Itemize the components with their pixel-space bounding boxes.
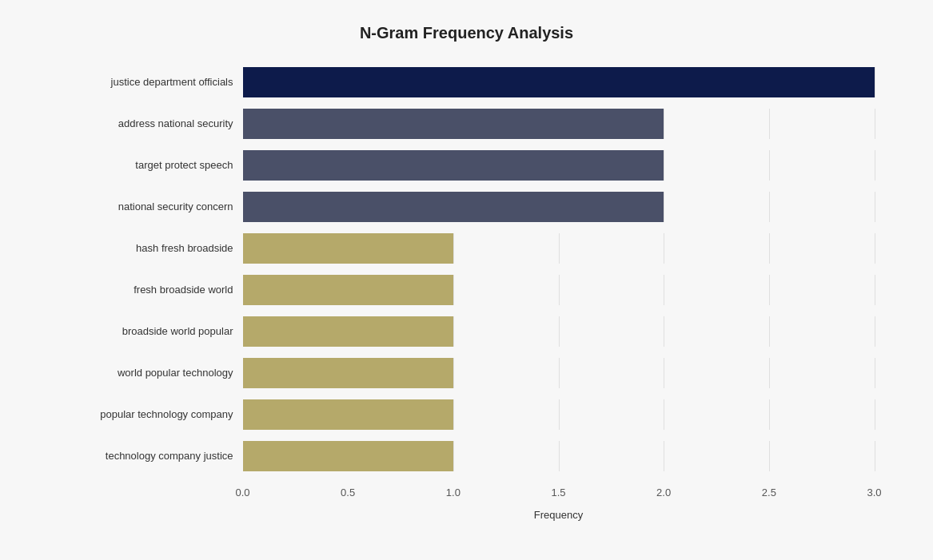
chart-title: N-Gram Frequency Analysis xyxy=(59,24,875,42)
bar-row: address national security xyxy=(59,103,875,145)
bar-label: target protect speech xyxy=(59,159,243,171)
bar-label: broadside world popular xyxy=(59,325,243,337)
grid-line xyxy=(453,233,454,264)
grid-line xyxy=(875,67,875,97)
bar-row: world popular technology xyxy=(59,352,875,394)
grid-line xyxy=(664,109,664,139)
grid-line xyxy=(769,109,770,139)
grid-line xyxy=(559,316,560,347)
bar-track xyxy=(243,399,875,430)
bar-fill xyxy=(243,358,453,388)
bar-row: broadside world popular xyxy=(59,311,875,352)
x-tick: 0.5 xyxy=(341,487,355,498)
bar-track xyxy=(243,316,875,347)
bar-fill xyxy=(243,316,453,347)
bar-track xyxy=(243,150,875,181)
bar-track xyxy=(243,192,875,222)
bar-fill xyxy=(243,441,453,471)
grid-line xyxy=(453,358,454,388)
bar-row: target protect speech xyxy=(59,145,875,186)
grid-line xyxy=(875,109,875,139)
bar-track xyxy=(243,233,875,264)
grid-line xyxy=(769,150,770,181)
bar-label: justice department officials xyxy=(59,76,243,88)
bar-track xyxy=(243,109,875,139)
grid-line xyxy=(875,316,875,347)
grid-line xyxy=(664,233,664,264)
grid-line xyxy=(453,441,454,471)
grid-line xyxy=(769,316,770,347)
grid-line xyxy=(453,399,454,430)
grid-line xyxy=(875,275,875,305)
x-tick: 3.0 xyxy=(867,487,881,498)
grid-line xyxy=(453,275,454,305)
grid-line xyxy=(664,316,664,347)
bar-track xyxy=(243,441,875,471)
x-tick: 0.0 xyxy=(235,487,249,498)
grid-line xyxy=(875,399,875,430)
x-tick: 2.5 xyxy=(762,487,776,498)
grid-line xyxy=(769,275,770,305)
bar-row: fresh broadside world xyxy=(59,269,875,311)
bar-row: hash fresh broadside xyxy=(59,228,875,269)
grid-line xyxy=(664,399,664,430)
bar-row: national security concern xyxy=(59,186,875,228)
bar-fill xyxy=(243,275,453,305)
bar-track xyxy=(243,275,875,305)
bar-label: address national security xyxy=(59,117,243,129)
grid-line xyxy=(769,399,770,430)
grid-line xyxy=(664,150,664,181)
x-tick: 2.0 xyxy=(656,487,671,498)
bar-label: technology company justice xyxy=(59,450,243,462)
grid-line xyxy=(664,441,664,471)
grid-line xyxy=(664,275,664,305)
grid-line xyxy=(664,358,664,388)
bar-track xyxy=(243,358,875,388)
bar-label: fresh broadside world xyxy=(59,284,243,296)
grid-line xyxy=(769,233,770,264)
grid-line xyxy=(769,441,770,471)
bar-fill xyxy=(243,67,875,97)
bar-row: technology company justice xyxy=(59,435,875,477)
grid-line xyxy=(769,192,770,222)
grid-line xyxy=(453,316,454,347)
grid-line xyxy=(559,358,560,388)
bar-label: hash fresh broadside xyxy=(59,242,243,254)
grid-line xyxy=(559,441,560,471)
grid-line xyxy=(875,441,875,471)
bar-label: popular technology company xyxy=(59,408,243,420)
x-tick: 1.5 xyxy=(551,487,565,498)
grid-line xyxy=(769,358,770,388)
grid-line xyxy=(875,233,875,264)
grid-line xyxy=(559,233,560,264)
bar-label: world popular technology xyxy=(59,367,243,379)
bar-row: popular technology company xyxy=(59,394,875,435)
x-axis-label: Frequency xyxy=(243,509,875,521)
bar-label: national security concern xyxy=(59,201,243,212)
grid-line xyxy=(875,358,875,388)
grid-line xyxy=(559,275,560,305)
grid-line xyxy=(664,192,664,222)
bar-fill xyxy=(243,399,453,430)
bar-fill xyxy=(243,150,664,181)
bar-fill xyxy=(243,233,453,264)
grid-line xyxy=(875,192,875,222)
chart-container: N-Gram Frequency Analysis justice depart… xyxy=(27,8,907,553)
bar-fill xyxy=(243,109,664,139)
x-tick: 1.0 xyxy=(446,487,461,498)
grid-line xyxy=(875,150,875,181)
grid-line xyxy=(559,399,560,430)
bar-track xyxy=(243,67,875,97)
bar-row: justice department officials xyxy=(59,62,875,103)
bar-fill xyxy=(243,192,664,222)
